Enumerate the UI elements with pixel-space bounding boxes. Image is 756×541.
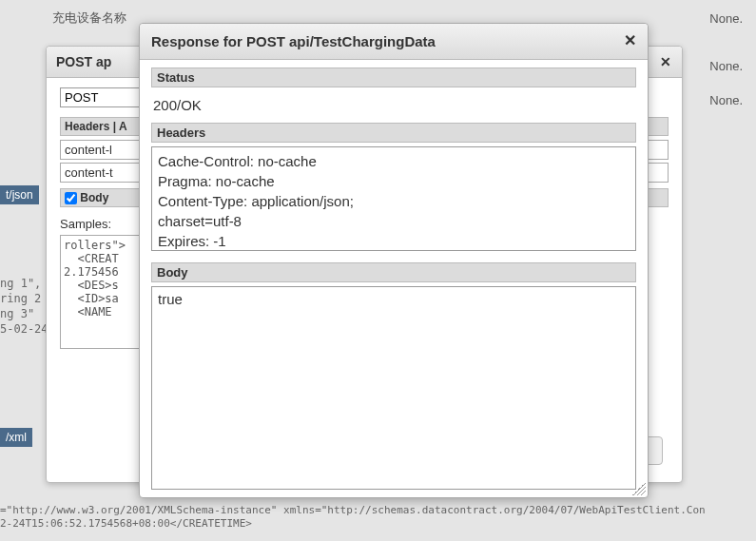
- response-header-line: Pragma: no-cache: [158, 171, 630, 191]
- body-label: Body: [80, 191, 108, 204]
- response-dialog-title: Response for POST api/TestChargingData: [151, 33, 436, 49]
- response-header-line: Cache-Control: no-cache: [158, 151, 630, 171]
- bg-header-text: 充电设备名称: [52, 10, 126, 27]
- response-body-box[interactable]: true: [151, 286, 636, 490]
- request-dialog-title: POST ap: [56, 54, 111, 69]
- bg-snippet-left: ng 1", ring 2 ng 3" 5-02-24: [0, 276, 48, 337]
- badge-xml[interactable]: /xml: [0, 428, 32, 447]
- resize-handle-icon[interactable]: [632, 482, 646, 495]
- response-header-line: Content-Type: application/json;: [158, 191, 630, 211]
- response-dialog: Response for POST api/TestChargingData ✕…: [139, 23, 649, 498]
- badge-json[interactable]: t/json: [0, 185, 39, 204]
- bg-snippet-bottom: ="http://www.w3.org/2001/XMLSchema-insta…: [0, 504, 706, 531]
- response-headers-box[interactable]: Cache-Control: no-cache Pragma: no-cache…: [151, 146, 636, 251]
- response-dialog-titlebar[interactable]: Response for POST api/TestChargingData ✕: [140, 24, 648, 60]
- close-icon[interactable]: ✕: [657, 53, 674, 70]
- http-method-input[interactable]: [60, 87, 145, 107]
- body-checkbox[interactable]: [65, 192, 77, 204]
- status-value: 200/OK: [151, 91, 636, 123]
- close-icon[interactable]: ✕: [621, 32, 638, 49]
- bg-none-2: None.: [709, 59, 743, 73]
- body-section-header: Body: [151, 262, 636, 282]
- response-header-line: Expires: -1: [158, 231, 630, 251]
- bg-none-1: None.: [709, 11, 743, 26]
- response-body-value: true: [158, 291, 183, 307]
- response-header-line: charset=utf-8: [158, 211, 630, 231]
- headers-section-header: Headers: [151, 123, 636, 143]
- bg-none-3: None.: [709, 93, 743, 107]
- status-section-header: Status: [151, 68, 636, 87]
